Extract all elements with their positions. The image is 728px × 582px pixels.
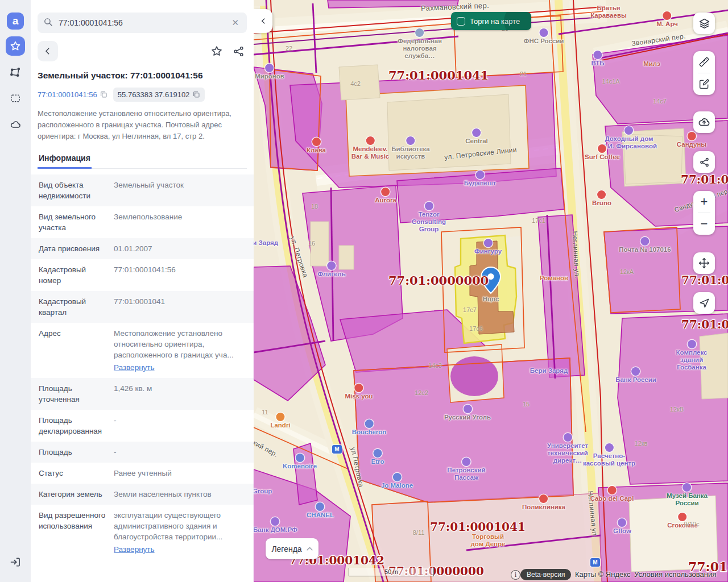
building-number-label: 17с1 bbox=[532, 217, 545, 224]
favorite-button[interactable] bbox=[208, 43, 225, 60]
coordinates-chip[interactable]: 55.763383 37.619102 bbox=[113, 88, 205, 102]
table-row: Категория земель Земли населенных пункто… bbox=[31, 484, 254, 505]
map-poi[interactable]: Miss you bbox=[345, 384, 373, 400]
poi-label: Landri bbox=[270, 422, 290, 429]
map-poi[interactable]: Komenoire bbox=[283, 454, 317, 470]
table-row: Адрес Местоположение установлено относит… bbox=[31, 323, 254, 378]
collapse-panel-button[interactable] bbox=[254, 9, 272, 33]
ruler-button[interactable] bbox=[693, 51, 715, 73]
sidebar-item-favorites[interactable] bbox=[6, 36, 25, 56]
map-canvas[interactable]: 77:01:000104177:01:000000077:01:00010417… bbox=[254, 0, 728, 582]
map-poi[interactable]: Gflow bbox=[613, 518, 631, 535]
cadastral-number-link[interactable]: 77:01:0001041:56 bbox=[38, 90, 107, 99]
search-input[interactable] bbox=[57, 18, 229, 28]
map-poi[interactable]: Музей Банка России bbox=[667, 483, 708, 507]
map-poi[interactable]: Университет технический директ… bbox=[547, 433, 588, 464]
map-poi[interactable]: М. Арч bbox=[656, 11, 678, 28]
copy-icon[interactable] bbox=[193, 91, 200, 98]
map-poi[interactable]: Петровский Пассаж bbox=[447, 458, 485, 481]
legend-button[interactable]: Легенда bbox=[266, 538, 318, 559]
map-poi[interactable]: Group bbox=[254, 488, 272, 495]
sidebar-item-select-region[interactable] bbox=[6, 89, 25, 108]
map-poi[interactable]: Банк ДОМ.РФ bbox=[254, 517, 297, 534]
pan-button[interactable] bbox=[693, 252, 715, 274]
map-poi[interactable]: Нцпс bbox=[483, 296, 499, 303]
quarter-label-text: 77:01:0000000 bbox=[388, 273, 489, 288]
building-number-text: 12кВ bbox=[670, 406, 684, 413]
zoom-in-button[interactable]: + bbox=[693, 191, 715, 213]
map-poi[interactable]: ФНС России bbox=[524, 28, 564, 45]
clear-search-icon[interactable]: ✕ bbox=[229, 16, 241, 29]
locate-button[interactable] bbox=[693, 292, 715, 314]
map-poi[interactable]: Central bbox=[465, 128, 488, 145]
map-poi[interactable]: Cabo dei Capi bbox=[590, 486, 634, 502]
map-copyright[interactable]: Карты © Яндекс bbox=[575, 570, 631, 579]
map-poi[interactable]: Почта № 107016 bbox=[619, 237, 671, 253]
map-poi[interactable]: Будапешт bbox=[464, 171, 496, 187]
info-icon[interactable]: i bbox=[511, 570, 520, 580]
sign-in-button[interactable] bbox=[6, 552, 25, 572]
map-poi[interactable]: Библиотека искусств bbox=[391, 136, 429, 160]
sidebar-item-cloud[interactable] bbox=[6, 115, 25, 134]
search-bar[interactable]: ✕ bbox=[38, 13, 247, 33]
copy-icon[interactable] bbox=[100, 91, 107, 98]
poi-label: Флигель bbox=[317, 271, 345, 278]
back-button[interactable] bbox=[38, 41, 58, 61]
map-poi[interactable]: Клава bbox=[307, 138, 326, 154]
map-poi[interactable]: Фингуру bbox=[474, 239, 502, 255]
layers-button[interactable] bbox=[693, 13, 715, 34]
row-value-text: 77:01:0001041:56 bbox=[114, 265, 176, 274]
building-number-label: 12кВ bbox=[670, 406, 684, 413]
sidebar-item-measure[interactable] bbox=[6, 63, 25, 82]
object-description: Местоположение установлено относительно … bbox=[38, 108, 247, 142]
map-poi[interactable]: Поликлиника bbox=[522, 494, 565, 511]
map-poi[interactable]: CHANEL bbox=[307, 502, 334, 519]
poi-icon bbox=[295, 454, 304, 462]
map-poi[interactable]: Landri bbox=[270, 413, 290, 429]
share-map-button[interactable] bbox=[693, 151, 715, 173]
map-poi[interactable]: Бери Заряд bbox=[530, 367, 568, 375]
draw-button[interactable] bbox=[693, 73, 715, 95]
map-poi[interactable]: Русский Уголь bbox=[444, 405, 491, 421]
scale-label: 50 m bbox=[384, 569, 398, 575]
poi-icon bbox=[463, 405, 471, 413]
zoom-out-button[interactable]: − bbox=[693, 213, 715, 235]
poi-icon bbox=[563, 433, 572, 442]
share-button[interactable] bbox=[230, 43, 247, 60]
map-poi[interactable]: Романов bbox=[540, 275, 568, 282]
map-poi[interactable]: Банк России bbox=[615, 367, 656, 384]
terms-of-use-link[interactable]: Условия использования bbox=[634, 570, 716, 579]
map-poi[interactable]: Сандуны bbox=[677, 132, 706, 148]
map-poi[interactable]: ери Заряд bbox=[254, 239, 278, 247]
locate-control bbox=[693, 292, 715, 314]
map-poi[interactable]: Jo Malone bbox=[381, 473, 413, 489]
map-poi[interactable]: Комплекс зданий Госбанка bbox=[673, 340, 710, 371]
map-poi[interactable]: Boucheron bbox=[352, 419, 387, 436]
map-poi[interactable]: Mendeleev. Bar & Music bbox=[351, 136, 389, 160]
map-poi[interactable]: Расчетно- кассовый центр bbox=[583, 443, 635, 467]
map-poi[interactable]: Торговый дом Депре bbox=[471, 533, 506, 548]
checkbox-icon[interactable] bbox=[457, 17, 465, 26]
map-poi[interactable]: Миронов bbox=[255, 64, 284, 80]
building-number-label: 17с7 bbox=[463, 306, 477, 313]
quarter-label-text: 77:01:0001041 bbox=[430, 520, 526, 534]
map-poi[interactable]: Флигель bbox=[317, 261, 345, 278]
poi-icon bbox=[593, 51, 602, 59]
map-poi[interactable]: ВТБ bbox=[591, 51, 604, 67]
map-poi[interactable]: Etro bbox=[371, 449, 384, 465]
building-number-text: 8/11 bbox=[413, 529, 425, 536]
tab-information[interactable]: Информация bbox=[38, 150, 92, 169]
map-poi[interactable]: Surf Coffee bbox=[585, 144, 620, 161]
trades-on-map-toggle[interactable]: Торги на карте bbox=[451, 12, 531, 30]
map-poi[interactable]: Милз bbox=[643, 60, 660, 68]
map-poi[interactable]: Tenzor Consulting Group bbox=[412, 202, 446, 233]
map-base-layer bbox=[254, 0, 728, 582]
map-poi[interactable]: Федеральная налоговая служба… bbox=[398, 28, 442, 60]
map-poi[interactable]: Aurora bbox=[375, 188, 396, 204]
expand-link[interactable]: Развернуть bbox=[114, 544, 246, 555]
map-poi[interactable]: Bruno bbox=[592, 190, 611, 207]
cloud-upload-button[interactable] bbox=[693, 111, 715, 133]
expand-link[interactable]: Развернуть bbox=[114, 362, 246, 373]
map-poi[interactable]: Братья Караваевы bbox=[590, 5, 627, 19]
app-logo-icon[interactable]: a bbox=[7, 13, 24, 30]
